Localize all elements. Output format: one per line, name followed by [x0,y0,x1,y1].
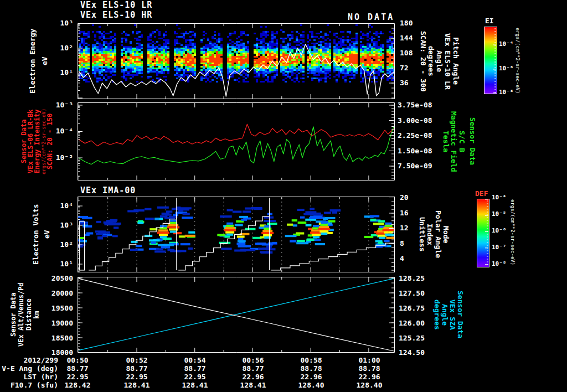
sza-tick: 126.00 [399,319,425,327]
bfield-tick: 3.00e-08 [398,117,432,125]
intensity-left-label: SCAN: 20 - 150 [46,102,53,180]
alt-y-tick: 20000 [44,290,73,297]
pitch-tick: 36 [400,79,409,87]
title-els-hr: VEx ELS-10 HR [80,11,152,19]
els-y-axis-label: Electron Energy [28,23,37,99]
ima-right-label: Mode [441,197,450,272]
def-colorbar-unit: ergs/(cm**2-sr-sec-eV) [509,198,516,267]
ima-y-tick: 10² [51,241,73,249]
bfield-tick: 3.75e-08 [398,101,432,109]
title-els-lr: VEx ELS-10 LR [80,1,152,9]
f107-value: 128.41 [115,381,159,389]
ve-ang-value: 88.77 [55,365,100,373]
lst-value: 22.95 [55,373,100,381]
ima-right-label: Polar Angle [434,197,442,272]
ima-right-label: Index [425,197,434,272]
no-data-status: NO DATA [348,13,394,21]
els-spectrogram-panel [78,23,395,99]
ima-y-tick: 10¹ [51,260,73,268]
def-tick: 10⁻⁸ [492,261,507,267]
lst-value: 22.96 [289,373,333,381]
ei-colorbar-title: EI [485,17,494,25]
time-tick: 00:54 [173,357,217,364]
lst-value: 22.95 [115,373,159,381]
bfield-right-label: S/C B [457,102,466,180]
ima-right-label: Unitless [417,197,426,272]
ima-y-tick: 10³ [51,221,73,229]
time-tick: 00:50 [55,357,100,364]
time-tick: 00:58 [289,357,333,364]
pitch-tick: 108 [400,49,413,57]
ve-ang-value: 88.77 [173,365,217,373]
bfield-tick: 1.50e-08 [398,147,432,155]
sza-right-label: VEx SZA [448,277,457,353]
ima-y-tick: 10⁴ [51,202,73,210]
row-label-lst: LST (hr) [0,373,58,381]
time-tick: 00:56 [231,357,275,364]
title-ima: VEx IMA-00 [80,187,136,194]
lst-value: 22.96 [347,373,391,381]
intensity-y-tick: 10⁻⁴ [51,127,73,135]
ima-y-axis-unit: eV [42,197,51,272]
def-colorbar-title: DEF [475,190,488,198]
ei-tick: 10⁻⁶ [499,65,514,72]
bfield-tick: 7.50e-09 [398,162,432,170]
ve-ang-value: 88.77 [231,365,275,373]
f107-value: 128.40 [347,381,391,389]
sza-right-label: Angle [440,277,449,353]
def-tick: 10⁻⁷ [492,244,507,251]
sza-tick: 127.50 [399,290,425,297]
intensity-y-tick: 10⁻³ [51,101,73,109]
els-y-tick: 10³ [51,19,73,27]
f107-value: 128.41 [173,381,217,389]
bfield-right-label: Tesla [441,102,450,180]
date-label: 2012/299 [8,357,58,364]
def-tick: 10⁻⁴ [492,194,507,201]
alt-y-tick: 18500 [44,334,73,342]
sza-tick: 126.75 [399,305,425,312]
altitude-sza-panel [78,277,395,353]
sza-tick: 124.50 [399,349,425,357]
sza-right-label: degrees [432,277,441,353]
alt-y-tick: 20500 [44,275,73,282]
intensity-y-tick: 10⁻⁵ [51,154,73,162]
els-y-axis-unit: eV [40,23,49,99]
vex-plot-window: VEx ELS-10 LR VEx ELS-10 HR NO DATA VEx … [0,0,567,392]
alt-left-label: Sensor Data [9,277,17,353]
ve-ang-value: 88.77 [115,365,159,373]
ve-ang-value: 88.78 [347,365,391,373]
els-right-label: SCAN: 20 - 300 [419,23,427,99]
time-tick: 01:00 [347,357,391,364]
pitch-tick: 180 [400,19,413,27]
sza-tick: 128.25 [399,275,425,282]
els-y-tick: 10¹ [51,69,73,76]
alt-left-label: km [33,277,40,353]
ei-colorbar-unit: ergs/(cm**2-sr-sec-eV) [514,27,521,95]
ei-colorbar [484,27,497,94]
pitch-tick: 144 [400,34,413,42]
els-right-label: VEx ELS-10 LR [443,23,452,99]
bfield-right-label: Sensor Data [468,102,477,180]
mode-tick: 20 [400,194,409,202]
f107-value: 128.40 [289,381,333,389]
alt-y-tick: 19500 [44,305,73,312]
def-tick: 10⁻⁵ [492,211,507,218]
time-tick: 00:52 [115,357,159,364]
def-colorbar [477,199,489,267]
f107-value: 128.42 [55,381,100,389]
mode-tick: 16 [400,209,409,217]
intensity-bfield-panel [78,102,395,180]
pitch-tick: 72 [400,64,409,72]
alt-left-label: VEx Alt/Venus/Pd [17,277,24,353]
ve-ang-value: 88.78 [289,365,333,373]
ei-tick: 10⁻⁴ [499,41,514,48]
bfield-right-label: Magnetic Field [449,102,458,180]
sza-tick: 125.25 [399,334,425,342]
els-right-label: Pitch Angle [451,23,460,99]
row-label-f107: F10.7 (sfu) [0,381,58,389]
ima-spectrogram-panel [78,197,395,272]
alt-y-tick: 19000 [44,319,73,327]
row-label-ve-ang: V-E Ang (deg) [0,365,58,373]
def-tick: 10⁻⁶ [492,228,507,234]
lst-value: 22.96 [231,373,275,381]
